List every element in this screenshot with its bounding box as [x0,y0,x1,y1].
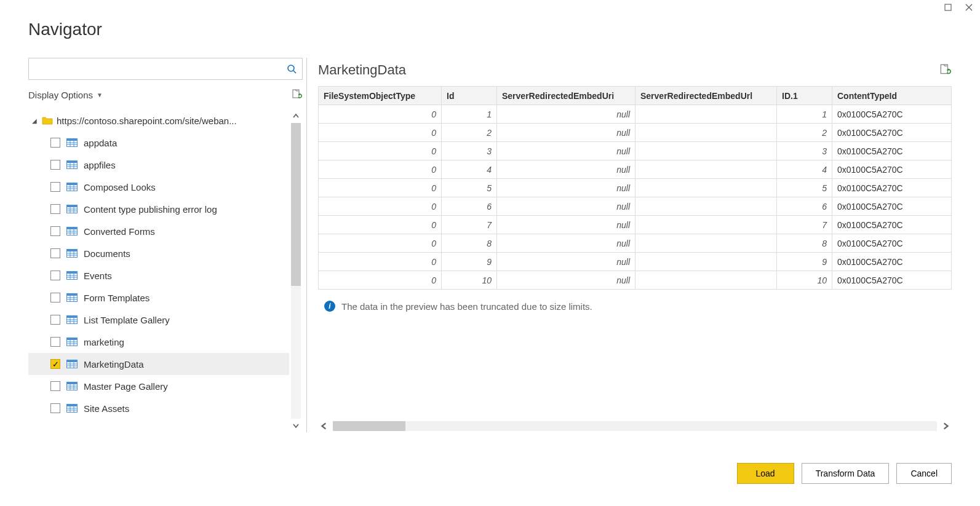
checkbox[interactable] [50,182,60,192]
table-row[interactable]: 07null70x0100C5A270C [319,216,952,234]
table-column-header[interactable]: ServerRedirectedEmbedUri [497,87,635,105]
table-cell: null [497,271,635,290]
tree-item[interactable]: appdata [28,132,289,154]
tree-item[interactable]: Events [28,264,289,287]
table-column-header[interactable]: FileSystemObjectType [319,87,442,105]
table-row[interactable]: 03null30x0100C5A270C [319,142,952,160]
checkbox[interactable] [50,293,60,302]
tree-item[interactable]: Documents [28,242,289,264]
preview-title: MarketingData [318,62,406,78]
table-cell: 2 [777,124,832,142]
checkbox[interactable] [50,337,60,347]
checkbox[interactable] [50,226,60,236]
search-box [28,58,303,80]
table-cell: 0x0100C5A270C [832,197,952,216]
table-cell: null [497,124,635,142]
table-column-header[interactable]: ID.1 [777,87,832,105]
tree-item[interactable]: Converted Forms [28,220,289,242]
tree-vertical-scrollbar[interactable] [289,109,303,432]
tree-item[interactable]: ✓MarketingData [28,353,289,375]
table-cell [635,160,777,179]
table-icon [66,205,78,213]
maximize-button[interactable] [943,2,953,12]
scroll-down-icon[interactable] [290,420,301,431]
scroll-track[interactable] [291,123,301,419]
display-options-dropdown[interactable]: Display Options ▼ [28,90,103,100]
tree-item[interactable]: Content type publishing error log [28,198,289,220]
tree-item[interactable]: Composed Looks [28,176,289,198]
table-row[interactable]: 010null100x0100C5A270C [319,271,952,290]
table-row[interactable]: 06null60x0100C5A270C [319,197,952,216]
tree-item-label: appdata [84,138,117,148]
table-icon [66,382,78,390]
table-cell: 9 [777,253,832,271]
table-cell [635,197,777,216]
table-row[interactable]: 04null40x0100C5A270C [319,160,952,179]
table-row[interactable]: 08null80x0100C5A270C [319,234,952,253]
checkbox[interactable] [50,160,60,170]
tree-item[interactable]: Form Templates [28,287,289,309]
tree-item-label: Documents [84,248,130,259]
tree-item-label: Site Assets [84,403,129,414]
scroll-left-icon[interactable] [318,420,330,432]
checkbox[interactable] [50,248,60,258]
info-icon: i [324,301,335,312]
hscroll-thumb[interactable] [333,421,405,431]
search-icon[interactable] [281,58,302,79]
table-column-header[interactable]: ServerRedirectedEmbedUrl [635,87,777,105]
tree-item[interactable]: appfiles [28,154,289,176]
tree-root-node[interactable]: ◢ https://contoso.sharepoint.com/site/we… [28,109,289,132]
svg-rect-43 [67,272,78,274]
table-cell: 0 [319,124,442,142]
table-cell: 0x0100C5A270C [832,234,952,253]
svg-point-3 [288,65,294,71]
table-cell: 0x0100C5A270C [832,216,952,234]
load-button[interactable]: Load [737,463,794,484]
table-cell: null [497,160,635,179]
close-button[interactable] [964,2,974,12]
svg-rect-61 [67,338,78,341]
tree-item-label: Content type publishing error log [84,204,217,215]
preview-horizontal-scrollbar[interactable] [318,420,952,432]
svg-rect-67 [67,360,78,363]
checkbox[interactable]: ✓ [50,359,60,369]
table-icon [66,227,78,235]
table-row[interactable]: 09null90x0100C5A270C [319,253,952,271]
tree-item[interactable]: List Template Gallery [28,309,289,331]
table-icon [66,249,78,258]
table-row[interactable]: 05null50x0100C5A270C [319,179,952,197]
transform-data-button[interactable]: Transform Data [802,463,890,484]
table-cell: 0x0100C5A270C [832,271,952,290]
checkbox[interactable] [50,315,60,325]
scroll-up-icon[interactable] [290,111,301,122]
table-cell: null [497,216,635,234]
table-row[interactable]: 02null20x0100C5A270C [319,124,952,142]
chevron-down-icon: ▼ [97,92,103,98]
tree-item[interactable]: Site Assets [28,397,289,419]
table-cell [635,271,777,290]
tree-item[interactable]: Master Page Gallery [28,375,289,397]
refresh-tree-icon[interactable] [290,89,303,101]
svg-rect-49 [67,294,78,296]
tree-item-label: Form Templates [84,293,149,303]
table-cell [635,124,777,142]
table-icon [66,404,78,413]
table-column-header[interactable]: ContentTypeId [832,87,952,105]
table-row[interactable]: 01null10x0100C5A270C [319,105,952,124]
checkbox[interactable] [50,271,60,280]
table-cell: 10 [442,271,497,290]
scroll-thumb[interactable] [291,123,301,286]
scroll-right-icon[interactable] [939,420,952,432]
checkbox[interactable] [50,403,60,413]
table-cell: null [497,197,635,216]
hscroll-track[interactable] [333,421,937,431]
cancel-button[interactable]: Cancel [896,463,952,484]
checkbox[interactable] [50,204,60,214]
checkbox[interactable] [50,138,60,148]
refresh-preview-icon[interactable] [938,63,952,77]
checkbox[interactable] [50,381,60,391]
table-cell: 6 [442,197,497,216]
tree-item[interactable]: marketing [28,331,289,353]
table-column-header[interactable]: Id [442,87,497,105]
search-input[interactable] [29,64,281,74]
